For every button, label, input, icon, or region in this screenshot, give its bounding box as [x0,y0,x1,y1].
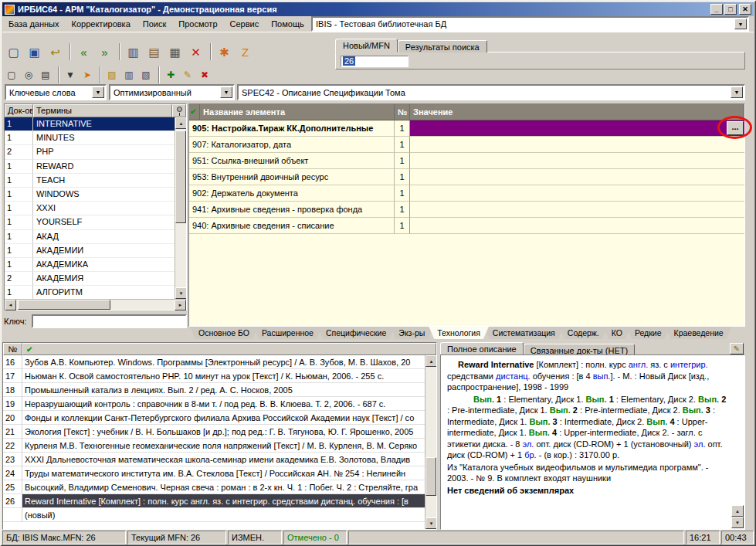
field-value-cell[interactable] [410,137,744,153]
paste-text-button[interactable]: ▧ [138,68,154,82]
undo-button[interactable]: ↩ [46,42,65,62]
field-row[interactable]: 953: Внутренний двоичный ресурс1 [189,169,744,185]
term-row[interactable]: 1MINUTES [5,131,175,145]
worksheet-tab-2[interactable]: Расширенное [253,327,322,339]
field-value-cell[interactable] [410,185,744,202]
scroll-left-icon[interactable]: ◄ [5,300,16,310]
results-vertical-scrollbar[interactable]: ▲ ▼ [425,355,436,529]
scroll-down-icon[interactable]: ▼ [175,287,186,299]
worksheet-tab-4[interactable]: Экз-ры [390,327,433,339]
find-window-button[interactable]: ◎ [21,68,36,82]
pin-button[interactable] [172,104,186,117]
term-row[interactable]: 2PHP [5,145,175,159]
remove-document-button[interactable]: ✖ [197,68,212,82]
worksheet-tab-9[interactable]: Редкие [626,327,670,339]
copy-text-button[interactable]: ▥ [121,68,137,82]
dropdown-arrow-icon[interactable]: ▼ [731,86,743,98]
mfn-input[interactable]: 26 [341,56,409,67]
terms-term-header[interactable]: Термины [33,104,172,117]
terms-vertical-scrollbar[interactable]: ▲ ▼ [175,117,186,299]
scroll-up-icon[interactable]: ▲ [731,505,744,517]
result-row[interactable]: 17Ньюман К. Освой самостоятельно PHP. 10… [3,369,425,383]
menu-item-2[interactable]: Корректировка [66,17,137,31]
result-row[interactable]: 21Экология [Текст] : учебник / В. Н. Бол… [3,425,425,439]
key-input[interactable] [32,314,187,328]
term-list-button[interactable]: ▤ [38,68,53,82]
worksheet-tab-7[interactable]: Содерж. [559,327,608,339]
prev-record-button[interactable]: « [74,42,93,62]
open-folder-button[interactable]: ▨ [104,68,120,82]
arm-switch-button[interactable]: Z [236,42,255,62]
maximize-button[interactable]: □ [724,4,737,15]
term-row[interactable]: 1АКАДЕМИКА [5,258,175,272]
menu-item-3[interactable]: Поиск [137,17,172,31]
ellipsis-button[interactable]: ... [727,121,744,135]
term-row[interactable]: 1АКАД [5,230,175,244]
scroll-up-icon[interactable]: ▲ [425,355,436,367]
term-row[interactable]: 1WINDOWS [5,188,175,202]
field-row[interactable]: 951: Ссылка-внешний объект1 [189,153,744,169]
result-row[interactable]: 23XXXI Дальневосточная математическая шк… [3,453,425,466]
terms-horizontal-scrollbar[interactable]: ◄ ► [5,299,186,310]
field-row[interactable]: 902: Держатель документа1 [189,185,744,202]
worksheet-tab-6[interactable]: Систематизация [484,327,564,339]
result-row[interactable]: 16Зубов А.В. Компьютер. Windows. Програм… [3,355,425,369]
dropdown-arrow-icon[interactable]: ▼ [92,86,104,98]
scrollbar-track[interactable] [425,367,436,517]
edit-document-button[interactable]: ✎ [180,68,195,82]
catalog-cards-button[interactable]: ▤ [144,42,164,62]
minimize-button[interactable]: _ [710,4,723,15]
menu-item-5[interactable]: Сервис [224,17,266,31]
scrollbar-track[interactable] [16,300,175,310]
worksheet-tab-3[interactable]: Специфические [317,327,395,339]
term-row[interactable]: 1INTERNATIVE [5,117,175,131]
term-row[interactable]: 1REWARD [5,160,175,174]
field-value-cell[interactable] [410,202,744,218]
term-row[interactable]: 1TEACH [5,174,175,188]
scroll-right-icon[interactable]: ► [175,300,186,310]
tab-search-results[interactable]: Результаты поиска [398,40,487,53]
scroll-up-icon[interactable]: ▲ [175,117,186,129]
field-value-cell[interactable] [410,153,744,169]
result-row[interactable]: 19Неразрушающий контроль : справочник в … [3,397,425,411]
term-row[interactable]: 1АКАДЕМИИ [5,244,175,258]
dropdown-arrow-icon[interactable]: ▼ [220,86,232,98]
terms-count-header[interactable]: Док-ов [5,104,33,117]
field-row[interactable]: 905: Настройка.Тираж КК.Дополнительные1.… [189,120,744,137]
menu-item-1[interactable]: База данных [2,17,66,31]
tab-full-description[interactable]: Полное описание [440,342,524,355]
next-record-button[interactable]: » [95,42,114,62]
scroll-down-icon[interactable]: ▼ [731,517,744,528]
search-mode-combo[interactable]: Оптимизированный ▼ [109,84,235,100]
field-row[interactable]: 907: Каталогизатор, дата1 [189,137,744,153]
worksheet-tab-1[interactable]: Основное БО [190,327,258,339]
database-combo[interactable]: IBIS - Тестовая библиотечная БД ▼ [311,16,749,32]
menu-item-6[interactable]: Помощь [265,17,310,31]
irbis-logo-button[interactable]: ✱ [215,42,234,62]
search-mode-button[interactable]: ▼ [63,68,78,82]
result-row[interactable]: 24Труды математического института им. В.… [3,466,425,480]
term-row[interactable]: 2АКАДЕМИЯ [5,272,175,286]
worksheet-combo[interactable]: SPEC42 - Описание Спецификации Тома ▼ [237,84,745,100]
copy-record-button[interactable]: ▥ [124,42,143,62]
result-row[interactable]: (новый) [3,508,425,522]
scrollbar-thumb[interactable] [18,300,110,310]
run-search-button[interactable]: ➤ [80,68,95,82]
result-row[interactable]: 22Курленя М.В. Техногенные геомеханическ… [3,439,425,453]
scrollbar-thumb[interactable] [175,131,186,223]
worksheet-tab-8[interactable]: КО [603,327,631,339]
term-row[interactable]: 1АЛГОРИТМ [5,286,175,299]
field-value-cell[interactable]: ... [410,120,744,137]
field-row[interactable]: 940: Архивные сведения - списание1 [189,218,744,234]
save-record-button[interactable]: ▣ [25,42,44,62]
term-row[interactable]: 1YOURSELF [5,215,175,229]
worksheet-tab-10[interactable]: Краеведение [666,327,732,339]
menu-item-4[interactable]: Просмотр [172,17,223,31]
print-button[interactable]: ▦ [165,42,185,62]
result-row[interactable]: 26Reward Internative [Комплект] : полн. … [3,494,425,508]
scroll-down-icon[interactable]: ▼ [425,517,436,529]
scrollbar-thumb[interactable] [425,457,436,496]
field-value-cell[interactable] [410,218,744,234]
add-document-button[interactable]: ✚ [163,68,178,82]
tab-linked-documents[interactable]: Связанные док-ты (НЕТ) [524,344,635,355]
